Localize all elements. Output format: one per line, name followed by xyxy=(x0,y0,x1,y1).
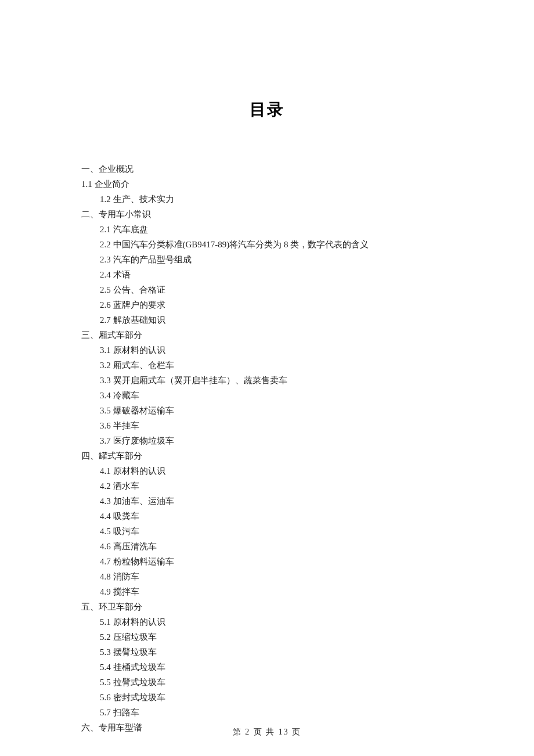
table-of-contents: 一、企业概况1.1 企业简介1.2 生产、技术实力二、专用车小常识2.1 汽车底… xyxy=(81,161,453,735)
toc-entry: 4.8 消防车 xyxy=(100,569,453,584)
toc-entry: 4.2 洒水车 xyxy=(100,478,453,494)
toc-entry: 2.4 术语 xyxy=(100,267,453,282)
toc-entry: 5.3 摆臂垃圾车 xyxy=(100,645,453,660)
footer-total-pages: 13 xyxy=(279,728,289,736)
toc-entry: 3.1 原材料的认识 xyxy=(100,343,453,358)
document-title: 目录 xyxy=(81,99,453,121)
toc-entry: 5.7 扫路车 xyxy=(100,705,453,720)
toc-entry: 5.5 拉臂式垃圾车 xyxy=(100,675,453,690)
toc-entry: 5.1 原材料的认识 xyxy=(100,614,453,629)
toc-entry: 二、专用车小常识 xyxy=(81,207,453,222)
toc-entry: 4.3 加油车、运油车 xyxy=(100,494,453,509)
toc-entry: 2.7 解放基础知识 xyxy=(100,312,453,327)
toc-entry: 三、厢式车部分 xyxy=(81,327,453,343)
toc-entry: 4.9 搅拌车 xyxy=(100,584,453,599)
toc-entry: 4.7 粉粒物料运输车 xyxy=(100,554,453,569)
footer-prefix: 第 xyxy=(233,728,242,736)
toc-entry: 4.5 吸污车 xyxy=(100,524,453,539)
toc-entry: 五、环卫车部分 xyxy=(81,599,453,614)
toc-entry: 4.1 原材料的认识 xyxy=(100,463,453,478)
toc-entry: 5.6 密封式垃圾车 xyxy=(100,690,453,705)
toc-entry: 3.4 冷藏车 xyxy=(100,388,453,403)
toc-entry: 一、企业概况 xyxy=(81,161,453,177)
toc-entry: 2.6 蓝牌户的要求 xyxy=(100,297,453,312)
toc-entry: 1.1 企业简介 xyxy=(81,177,453,192)
page-content: 目录 一、企业概况1.1 企业简介1.2 生产、技术实力二、专用车小常识2.1 … xyxy=(0,0,534,735)
footer-current-page: 2 xyxy=(245,728,250,736)
toc-entry: 5.2 压缩垃圾车 xyxy=(100,629,453,645)
toc-entry: 3.3 翼开启厢式车（翼开启半挂车）、蔬菜售卖车 xyxy=(100,373,453,388)
toc-entry: 2.3 汽车的产品型号组成 xyxy=(100,252,453,267)
toc-entry: 4.4 吸粪车 xyxy=(100,509,453,524)
toc-entry: 5.4 挂桶式垃圾车 xyxy=(100,660,453,675)
toc-entry: 2.5 公告、合格证 xyxy=(100,282,453,297)
toc-entry: 3.6 半挂车 xyxy=(100,418,453,433)
toc-entry: 3.7 医疗废物垃圾车 xyxy=(100,433,453,448)
toc-entry: 1.2 生产、技术实力 xyxy=(100,192,453,207)
toc-entry: 3.2 厢式车、仓栏车 xyxy=(100,358,453,373)
toc-entry: 四、罐式车部分 xyxy=(81,448,453,463)
toc-entry: 2.2 中国汽车分类标准(GB9417-89)将汽车分类为 8 类，数字代表的含… xyxy=(100,237,453,252)
toc-entry: 2.1 汽车底盘 xyxy=(100,222,453,237)
footer-suffix: 页 xyxy=(292,728,301,736)
page-footer: 第 2 页 共 13 页 xyxy=(0,727,534,737)
toc-entry: 3.5 爆破器材运输车 xyxy=(100,403,453,418)
footer-middle: 页 共 xyxy=(254,728,276,736)
toc-entry: 4.6 高压清洗车 xyxy=(100,539,453,554)
